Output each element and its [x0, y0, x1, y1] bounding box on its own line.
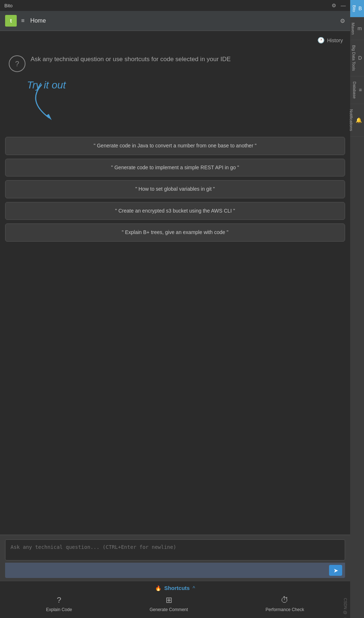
- bigdata-tab-label: Big Data Tools: [352, 45, 356, 71]
- database-tab-icon: ≡: [359, 87, 362, 93]
- sidebar-tab-maven[interactable]: m Maven: [350, 17, 364, 40]
- try-it-out-text: Try it out: [27, 79, 66, 91]
- content-area: 🕐 History ? Ask any technical question o…: [0, 31, 350, 535]
- header-settings-icon[interactable]: ⚙: [340, 17, 345, 24]
- examples-section: " Generate code in Java to convert a num…: [0, 137, 350, 242]
- shortcuts-bar: 🔥 Shortcuts ^ ? Explain Code ⊞ Generate …: [0, 581, 350, 618]
- shortcut-generate-comment[interactable]: ⊞ Generate Comment: [150, 595, 188, 612]
- example-btn-4[interactable]: " Explain B+ trees, give an example with…: [5, 223, 345, 242]
- bito-tab-icon: B: [359, 5, 362, 11]
- bigdata-tab-icon: D: [358, 55, 362, 61]
- top-bar: Bito ⚙ —: [0, 0, 350, 11]
- right-sidebar: B Bito m Maven D Big Data Tools ≡ Databa…: [350, 0, 364, 618]
- database-tab-label: Database: [352, 82, 357, 99]
- home-title: Home: [30, 17, 336, 24]
- prompt-section: ? Ask any technical question or use shor…: [0, 44, 350, 137]
- send-button[interactable]: ➤: [329, 565, 342, 576]
- shortcuts-items: ? Explain Code ⊞ Generate Comment ⏱ Perf…: [0, 595, 350, 616]
- watermark: CSDN @杨林伟: [343, 598, 348, 614]
- performance-check-label: Performance Check: [265, 607, 304, 612]
- generate-comment-icon: ⊞: [166, 595, 172, 605]
- send-icon: ➤: [333, 567, 338, 574]
- history-icon: 🕐: [317, 37, 325, 44]
- maven-tab-label: Maven: [351, 23, 355, 35]
- question-input[interactable]: [5, 539, 345, 560]
- explain-code-icon: ?: [57, 595, 61, 605]
- example-btn-2[interactable]: " How to set global variables in git ": [5, 180, 345, 198]
- notifications-tab-label: Notifications: [349, 109, 353, 131]
- avatar: t: [5, 15, 17, 27]
- performance-check-icon: ⏱: [281, 595, 289, 605]
- sidebar-tab-bito[interactable]: B Bito: [350, 0, 364, 17]
- input-area: ➤: [0, 535, 350, 581]
- explain-code-label: Explain Code: [46, 607, 72, 612]
- sidebar-tab-notifications[interactable]: 🔔 Notifications: [350, 104, 364, 136]
- minimize-button[interactable]: —: [341, 3, 346, 8]
- sidebar-tab-database[interactable]: ≡ Database: [350, 76, 364, 104]
- example-btn-1[interactable]: " Generate code to implement a simple RE…: [5, 159, 345, 177]
- try-it-out: Try it out: [20, 79, 341, 123]
- input-bottom-bar: ➤: [5, 563, 345, 578]
- app-title: Bito: [4, 3, 12, 8]
- header: t ≡ Home ⚙: [0, 11, 350, 31]
- notifications-tab-icon: 🔔: [356, 117, 362, 123]
- shortcuts-fire-icon: 🔥: [155, 585, 161, 591]
- settings-button[interactable]: ⚙: [332, 3, 336, 8]
- maven-tab-icon: m: [357, 25, 362, 31]
- example-btn-3[interactable]: " Create an encrypted s3 bucket using th…: [5, 202, 345, 220]
- shortcuts-label: Shortcuts: [164, 585, 190, 591]
- svg-marker-0: [46, 114, 52, 120]
- generate-comment-label: Generate Comment: [150, 607, 188, 612]
- example-btn-0[interactable]: " Generate code in Java to convert a num…: [5, 137, 345, 155]
- shortcut-performance-check[interactable]: ⏱ Performance Check: [265, 595, 304, 612]
- history-button[interactable]: 🕐 History: [317, 37, 343, 44]
- question-icon: ?: [9, 55, 25, 72]
- bito-tab-label: Bito: [352, 5, 356, 12]
- prompt-text: Ask any technical question or use shortc…: [31, 55, 231, 64]
- sidebar-tab-bigdata[interactable]: D Big Data Tools: [350, 40, 364, 76]
- shortcut-explain-code[interactable]: ? Explain Code: [46, 595, 72, 612]
- menu-icon[interactable]: ≡: [21, 17, 24, 24]
- history-label: History: [327, 37, 343, 43]
- shortcuts-chevron: ^: [193, 585, 195, 591]
